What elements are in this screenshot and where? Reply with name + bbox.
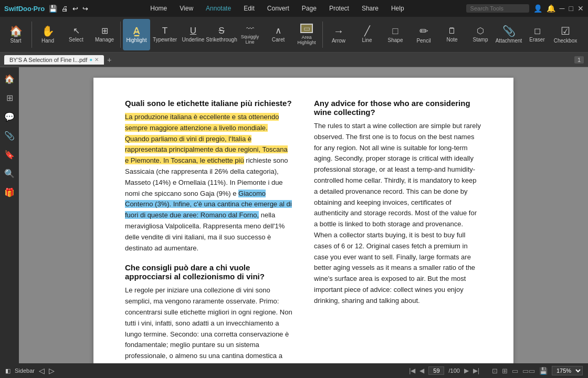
save-cloud-button[interactable]: 💾: [539, 367, 548, 375]
tool-highlight[interactable]: A̲ Highlight: [123, 19, 150, 50]
tool-line-label: Line: [362, 37, 372, 43]
sidebar-icon-comments[interactable]: 💬: [2, 109, 17, 124]
close-button[interactable]: ✕: [578, 4, 584, 13]
menu-share[interactable]: Share: [362, 5, 379, 12]
tab-add-button[interactable]: +: [107, 56, 111, 64]
next-page-button[interactable]: ▶: [464, 367, 469, 374]
user-icon[interactable]: 👤: [533, 4, 542, 13]
titlebar-left: SwifDoo·Pro 💾 🖨 ↩ ↪: [4, 5, 88, 13]
statusbar-right: |◀ ◀ /100 ▶ ▶| ⊡ ⊞ ▭ ▭▭ 💾 175% 150% 125%…: [409, 366, 583, 375]
menu-convert[interactable]: Convert: [267, 5, 289, 12]
tool-squiggly-label: Squiggly Line: [236, 34, 264, 45]
document-page: Quali sono le etichette italiane più ric…: [93, 78, 513, 363]
page-number-input[interactable]: [428, 366, 444, 375]
divider-2: [120, 22, 121, 48]
panel-add-left[interactable]: ◁: [39, 366, 45, 375]
titlebar-menu: Home View Annotate Edit Convert Page Pro…: [150, 5, 404, 12]
arrow-icon: →: [333, 26, 344, 36]
two-page-button[interactable]: ▭▭: [522, 367, 535, 375]
select-icon: ↖: [73, 27, 80, 35]
menu-protect[interactable]: Protect: [329, 5, 349, 12]
tool-line[interactable]: ╱ Line: [353, 19, 381, 50]
shape-icon: □: [393, 26, 398, 36]
menu-home[interactable]: Home: [150, 5, 167, 12]
sidebar-icon-home[interactable]: 🏠: [2, 71, 17, 86]
tool-eraser[interactable]: ◻ Eraser: [523, 19, 551, 50]
toolbar: 🏠 Start ✋ Hand ↖ Select ⊞ Manage A̲ High…: [0, 17, 588, 52]
tool-select[interactable]: ↖ Select: [62, 19, 90, 50]
redo-icon[interactable]: ↪: [82, 5, 88, 13]
tool-checkbox[interactable]: ☑ Checkbox: [552, 19, 579, 50]
tool-select-label: Select: [69, 37, 83, 43]
menu-page[interactable]: Page: [302, 5, 317, 12]
tool-note-label: Note: [446, 37, 457, 43]
right-para-1: The rules to start a wine collection are…: [314, 121, 482, 307]
tool-shape-label: Shape: [388, 37, 403, 43]
undo-icon[interactable]: ↩: [72, 5, 78, 13]
tool-stamp[interactable]: ⬡ Stamp: [467, 19, 494, 50]
tool-start[interactable]: 🏠 Start: [2, 19, 29, 50]
sidebar-icon-search[interactable]: 🔍: [2, 166, 17, 181]
last-page-button[interactable]: ▶|: [473, 367, 479, 374]
tool-shape[interactable]: □ Shape: [382, 19, 409, 50]
tool-arrow-label: Arrow: [332, 38, 345, 44]
document-area[interactable]: Quali sono le etichette italiane più ric…: [19, 67, 588, 363]
tool-arrow[interactable]: → Arrow: [325, 19, 352, 50]
tool-checkbox-label: Checkbox: [554, 38, 577, 44]
tool-manage[interactable]: ⊞ Manage: [91, 19, 118, 50]
notification-icon[interactable]: 🔔: [547, 4, 555, 13]
tool-caret[interactable]: ∧ Caret: [265, 19, 292, 50]
search-input[interactable]: [466, 4, 529, 13]
titlebar-right: 👤 🔔 ─ □ ✕: [466, 4, 584, 13]
first-page-button[interactable]: |◀: [409, 367, 415, 374]
menu-help[interactable]: Help: [391, 5, 404, 12]
panel-add-right[interactable]: ▷: [49, 366, 55, 375]
fit-page-button[interactable]: ⊡: [492, 367, 498, 375]
tab-close-button[interactable]: ✕: [94, 57, 99, 62]
left-column: Quali sono le etichette italiane più ric…: [125, 99, 293, 363]
typewriter-icon: T: [162, 26, 167, 35]
right-column: Any advice for those who are considering…: [314, 99, 482, 363]
sidebar-icon-attachments[interactable]: 📎: [2, 128, 17, 143]
sidebar-icon-pages[interactable]: ⊞: [2, 90, 17, 105]
highlight-yellow-text-1: La produzione italiana è eccellente e st…: [125, 113, 288, 164]
document-tab[interactable]: BY'S A Selection of Fine l...pdf ● ✕: [4, 55, 104, 65]
tab-label: BY'S A Selection of Fine l...pdf: [9, 57, 87, 63]
tool-eraser-label: Eraser: [529, 37, 544, 43]
single-page-button[interactable]: ▭: [512, 367, 518, 375]
zoom-select[interactable]: 175% 150% 125% 100% 75%: [552, 366, 583, 375]
hand-icon: ✋: [41, 26, 55, 36]
tool-strikethrough[interactable]: S Strikethrough: [208, 19, 235, 50]
save-icon[interactable]: 💾: [49, 5, 57, 13]
divider-1: [32, 22, 32, 48]
squiggly-icon: 〰: [246, 25, 254, 33]
tool-start-label: Start: [10, 38, 21, 44]
tool-note[interactable]: 🗒 Note: [438, 19, 466, 50]
status-bar: ◧ Sidebar ◁ ▷ |◀ ◀ /100 ▶ ▶| ⊡ ⊞ ▭ ▭▭ 💾 …: [0, 363, 588, 378]
sidebar-toggle-button[interactable]: ◧: [5, 368, 10, 374]
left-para-2: Le regole per iniziare una collezione di…: [125, 285, 293, 363]
menu-view[interactable]: View: [180, 5, 193, 12]
tool-area-highlight[interactable]: ▭ Area Highlight: [293, 19, 320, 50]
tool-pencil[interactable]: ✏ Pencil: [410, 19, 437, 50]
sidebar-icon-gift[interactable]: 🎁: [2, 185, 17, 200]
eraser-icon: ◻: [534, 27, 541, 35]
left-sidebar: 🏠 ⊞ 💬 📎 🔖 🔍 🎁: [0, 67, 19, 363]
strikethrough-icon: S: [218, 26, 224, 35]
maximize-button[interactable]: □: [569, 4, 573, 13]
sidebar-icon-bookmarks[interactable]: 🔖: [2, 147, 17, 162]
menu-edit[interactable]: Edit: [244, 5, 255, 12]
tool-hand[interactable]: ✋ Hand: [34, 19, 61, 50]
tool-squiggly[interactable]: 〰 Squiggly Line: [236, 19, 264, 50]
prev-page-button[interactable]: ◀: [419, 367, 424, 374]
minimize-button[interactable]: ─: [560, 4, 565, 13]
tool-attachment[interactable]: 📎 Attachment: [495, 19, 522, 50]
tool-underline[interactable]: U Underline: [180, 19, 207, 50]
print-icon[interactable]: 🖨: [61, 5, 68, 13]
tool-typewriter-label: Typewriter: [153, 37, 177, 43]
menu-annotate[interactable]: Annotate: [206, 5, 231, 12]
tab-modified-dot: ●: [89, 57, 92, 62]
fit-width-button[interactable]: ⊞: [502, 367, 508, 375]
page-total: /100: [448, 368, 459, 374]
tool-typewriter[interactable]: T Typewriter: [151, 19, 178, 50]
